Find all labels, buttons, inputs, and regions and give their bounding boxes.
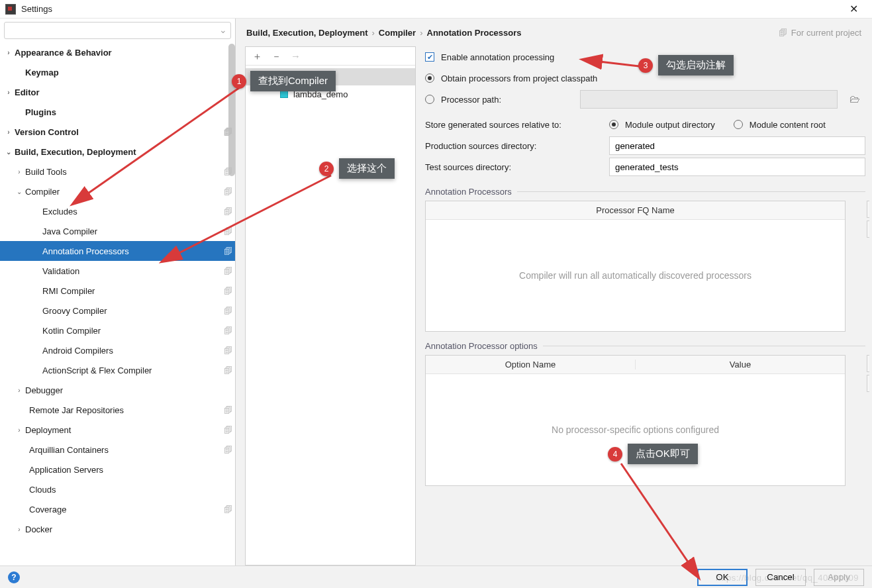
annotation-badge-3: 3 <box>638 58 653 73</box>
project-badge-icon: 🗐 <box>220 187 235 197</box>
annotation-tip-2: 选择这个 <box>339 158 395 179</box>
close-icon[interactable]: ✕ <box>840 3 867 15</box>
tree-excludes[interactable]: Excludes🗐 <box>0 201 235 221</box>
crumb-bed[interactable]: Build, Execution, Deployment <box>246 28 367 38</box>
tree-compiler[interactable]: ⌄Compiler🗐 <box>0 181 235 201</box>
add-profile-button[interactable]: ＋ <box>252 51 262 61</box>
help-button[interactable]: ? <box>8 571 20 583</box>
crumb-sep-icon: › <box>420 28 422 38</box>
annotation-tip-1: 查找到Compiler <box>250 71 336 91</box>
annotation-tip-4: 点击OK即可 <box>628 444 698 464</box>
processors-table: Processor FQ Name Compiler will run all … <box>425 201 846 332</box>
content-area: Build, Execution, Deployment › Compiler … <box>236 19 872 565</box>
project-badge-icon: 🗐 <box>220 167 235 177</box>
project-badge-icon: 🗐 <box>220 207 235 217</box>
settings-panel: ✔ Enable annotation processing Obtain pr… <box>416 46 869 565</box>
processors-add-button[interactable]: ＋ <box>867 201 869 218</box>
tree-kotlin-compiler[interactable]: Kotlin Compiler🗐 <box>0 320 235 340</box>
project-badge-icon: 🗐 <box>220 266 235 276</box>
watermark: https://blog.csdn.net/qq_40891009 <box>716 573 859 583</box>
settings-tree: ›Appearance & Behavior Keymap ›Editor Pl… <box>0 42 235 565</box>
sidebar: 🔍 ⌄ ›Appearance & Behavior Keymap ›Edito… <box>0 19 236 565</box>
tree-java-compiler[interactable]: Java Compiler🗐 <box>0 221 235 241</box>
titlebar: Settings ✕ <box>0 0 872 19</box>
browse-path-icon[interactable]: 🗁 <box>844 93 865 105</box>
tree-keymap[interactable]: Keymap <box>0 62 235 82</box>
project-badge-icon: 🗐 <box>220 286 235 296</box>
processor-path-input <box>580 90 838 109</box>
options-add-button[interactable]: ＋ <box>867 355 869 372</box>
module-output-label: Module output directory <box>625 120 715 130</box>
processor-path-radio[interactable] <box>425 95 434 104</box>
tree-actionscript-flex[interactable]: ActionScript & Flex Compiler🗐 <box>0 360 235 380</box>
move-profile-button: → <box>291 51 301 61</box>
tree-android-compilers[interactable]: Android Compilers🗐 <box>0 340 235 360</box>
crumb-compiler[interactable]: Compiler <box>379 28 416 38</box>
scope-label: For current project <box>791 28 861 38</box>
tree-debugger[interactable]: ›Debugger <box>0 380 235 400</box>
obtain-from-classpath-label: Obtain processors from project classpath <box>441 74 597 83</box>
project-badge-icon: 🗐 <box>220 346 235 356</box>
annotation-badge-2: 2 <box>319 162 334 176</box>
enable-annotation-label: Enable annotation processing <box>441 52 554 62</box>
tree-app-servers[interactable]: Application Servers <box>0 460 235 479</box>
enable-annotation-checkbox[interactable]: ✔ <box>425 52 434 62</box>
project-badge-icon: 🗐 <box>220 326 235 336</box>
project-badge-icon: 🗐 <box>220 366 235 375</box>
search-history-icon[interactable]: ⌄ <box>219 24 227 35</box>
profile-list-panel: ＋ － → Default lambda_demo <box>245 46 416 565</box>
options-empty-text: No processor-specific options configured <box>426 374 845 485</box>
options-th-value: Value <box>636 360 845 369</box>
tree-build-tools[interactable]: ›Build Tools🗐 <box>0 162 235 181</box>
crumb-annotation-processors: Annotation Processors <box>427 28 522 38</box>
annotation-badge-1: 1 <box>232 74 246 89</box>
module-content-root-label: Module content root <box>750 120 826 130</box>
scope-indicator: 🗐 For current project <box>779 28 861 38</box>
search-input[interactable] <box>4 22 231 39</box>
options-table: Option Name Value No processor-specific … <box>425 355 846 486</box>
tree-annotation-processors[interactable]: Annotation Processors🗐 <box>0 241 235 261</box>
module-output-radio[interactable] <box>609 120 618 129</box>
tree-groovy-compiler[interactable]: Groovy Compiler🗐 <box>0 301 235 320</box>
project-badge-icon: 🗐 <box>220 425 235 435</box>
tree-coverage[interactable]: Coverage🗐 <box>0 499 235 519</box>
tree-docker[interactable]: ›Docker <box>0 519 235 539</box>
breadcrumb-header: Build, Execution, Deployment › Compiler … <box>236 19 872 46</box>
tree-arquillian[interactable]: Arquillian Containers🗐 <box>0 440 235 460</box>
remove-profile-button[interactable]: － <box>271 51 281 61</box>
project-badge-icon: 🗐 <box>220 246 235 256</box>
project-badge-icon: 🗐 <box>220 445 235 455</box>
options-th-name: Option Name <box>426 360 636 369</box>
tree-deployment[interactable]: ›Deployment🗐 <box>0 420 235 440</box>
module-content-root-radio[interactable] <box>734 120 743 129</box>
test-sources-label: Test sources directory: <box>425 162 603 172</box>
processors-empty-text: Compiler will run all automatically disc… <box>426 220 845 331</box>
tree-build-execution-deployment[interactable]: ⌄Build, Execution, Deployment <box>0 142 235 162</box>
app-icon <box>5 4 16 15</box>
tree-remote-jar[interactable]: Remote Jar Repositories🗐 <box>0 400 235 420</box>
prod-sources-label: Production sources directory: <box>425 141 603 151</box>
tree-validation[interactable]: Validation🗐 <box>0 261 235 281</box>
tree-rmi-compiler[interactable]: RMI Compiler🗐 <box>0 281 235 301</box>
project-badge-icon: 🗐 <box>220 226 235 236</box>
tree-vcs[interactable]: ›Version Control🗐 <box>0 122 235 142</box>
store-relative-label: Store generated sources relative to: <box>425 120 603 130</box>
project-badge-icon: 🗐 <box>220 505 235 514</box>
options-section-title: Annotation Processor options <box>425 341 865 351</box>
tree-appearance[interactable]: ›Appearance & Behavior <box>0 42 235 62</box>
obtain-from-classpath-radio[interactable] <box>425 74 434 83</box>
test-sources-input[interactable] <box>609 158 865 176</box>
processors-remove-button[interactable]: － <box>867 220 869 238</box>
tree-editor[interactable]: ›Editor <box>0 82 235 102</box>
project-badge-icon: 🗐 <box>220 306 235 316</box>
annotation-badge-4: 4 <box>608 447 622 462</box>
processors-section-title: Annotation Processors <box>425 187 865 197</box>
options-remove-button[interactable]: － <box>867 375 869 392</box>
tree-plugins[interactable]: Plugins <box>0 102 235 122</box>
project-scope-icon: 🗐 <box>779 28 787 38</box>
tree-clouds[interactable]: Clouds <box>0 479 235 499</box>
annotation-tip-3: 勾选启动注解 <box>658 55 734 75</box>
prod-sources-input[interactable] <box>609 136 865 155</box>
crumb-sep-icon: › <box>371 28 374 38</box>
processor-path-label: Processor path: <box>441 95 573 105</box>
